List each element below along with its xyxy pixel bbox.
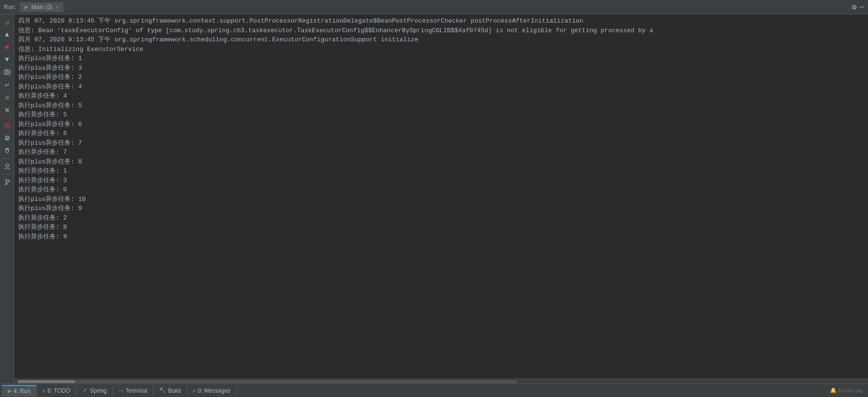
console-line: 四月 07, 2020 9:13:45 下午 org.springframewo… xyxy=(18,35,864,45)
console-line: 执行异步任务: 1 xyxy=(18,166,864,176)
build-icon: 🔨 xyxy=(159,387,166,394)
tab-run-label: 4: Run xyxy=(13,388,30,395)
minimize-icon[interactable]: — xyxy=(859,3,864,12)
person-button[interactable] xyxy=(1,161,13,172)
screenshot-button[interactable] xyxy=(1,66,13,78)
svg-rect-2 xyxy=(6,69,7,70)
tab-build[interactable]: 🔨 Build xyxy=(153,385,187,396)
svg-rect-8 xyxy=(6,149,9,152)
console-line: 执行异步任务: 6 xyxy=(18,129,864,138)
tab-todo-label: 6: TODO xyxy=(48,387,71,394)
run-label: Run: xyxy=(4,4,16,11)
console-line: 执行plus异步任务: 6 xyxy=(18,120,864,129)
exit-button[interactable] xyxy=(1,120,13,131)
svg-rect-7 xyxy=(6,138,8,139)
tab-close-icon[interactable]: × xyxy=(55,4,58,10)
rerun-button[interactable]: ↺ xyxy=(1,16,13,28)
todo-icon: ≡ xyxy=(42,388,45,394)
wrap-button[interactable]: ↩ xyxy=(1,79,13,90)
console-line: 四月 07, 2020 9:13:45 下午 org.springframewo… xyxy=(18,16,864,26)
pin-button[interactable] xyxy=(1,176,13,188)
scroll-down-button[interactable]: ▼ xyxy=(1,54,13,65)
terminal-icon: ▭ xyxy=(119,387,124,394)
console-line: 执行异步任务: 0 xyxy=(18,185,864,195)
print-button[interactable] xyxy=(1,132,13,144)
svg-point-1 xyxy=(6,71,8,74)
scroll-end-button[interactable] xyxy=(1,104,13,115)
tab-spring[interactable]: Spring xyxy=(76,385,113,396)
console-line: 执行plus异步任务: 3 xyxy=(18,63,864,73)
console-line: 执行plus异步任务: 7 xyxy=(18,138,864,148)
console-line: 执行异步任务: 9 xyxy=(18,232,864,242)
console-line: 执行plus异步任务: 5 xyxy=(18,101,864,111)
console-line: 执行plus异步任务: 4 xyxy=(18,82,864,92)
console-line: 执行plus异步任务: 10 xyxy=(18,195,864,204)
event-log-icon: 🔔 xyxy=(830,387,837,393)
console-line: 信息: Initializing ExecutorService xyxy=(18,45,864,54)
console-line: 执行异步任务: 4 xyxy=(18,91,864,101)
main-tab[interactable]: ▶ Main (3) × xyxy=(20,2,63,12)
tab-messages-label: 0: Messages xyxy=(198,387,231,394)
tab-terminal[interactable]: ▭ Terminal xyxy=(113,385,153,396)
messages-icon: ≡ xyxy=(193,388,196,394)
event-log-label: Event Log xyxy=(838,387,862,393)
tab-label: Main (3) xyxy=(31,4,52,11)
tab-run[interactable]: ▶ 4: Run xyxy=(2,385,37,397)
stop-button[interactable]: ■ xyxy=(1,41,13,53)
console-line: 执行plus异步任务: 8 xyxy=(18,157,864,167)
svg-point-9 xyxy=(6,164,9,167)
horizontal-scrollbar[interactable] xyxy=(14,379,868,384)
settings-icon[interactable]: ⚙ xyxy=(852,2,857,12)
console-line: 执行plus异步任务: 1 xyxy=(18,54,864,63)
scroll-up-button[interactable]: ▲ xyxy=(1,29,13,40)
run-tab-icon: ▶ xyxy=(25,4,28,10)
tab-messages[interactable]: ≡ 0: Messages xyxy=(187,385,236,396)
console-line: 执行plus异步任务: 2 xyxy=(18,73,864,82)
console-line: 执行异步任务: 3 xyxy=(18,176,864,186)
title-bar: Run: ▶ Main (3) × ⚙ — xyxy=(0,0,868,14)
svg-rect-0 xyxy=(4,70,10,74)
run-icon: ▶ xyxy=(8,388,12,394)
hscroll-track[interactable] xyxy=(17,380,517,383)
scroll-end-green-button[interactable] xyxy=(1,91,13,103)
console-output: 四月 07, 2020 9:13:45 下午 org.springframewo… xyxy=(14,14,868,379)
spring-icon xyxy=(82,387,88,394)
event-log-section[interactable]: 🔔 Event Log xyxy=(830,387,866,394)
trash-button[interactable] xyxy=(1,145,13,156)
hscroll-thumb[interactable] xyxy=(17,380,75,383)
console-line: 执行异步任务: 8 xyxy=(18,223,864,232)
console-line: 执行异步任务: 2 xyxy=(18,213,864,223)
tab-terminal-label: Terminal xyxy=(125,387,147,394)
tab-todo[interactable]: ≡ 6: TODO xyxy=(37,385,76,396)
console-line: 执行plus异步任务: 9 xyxy=(18,204,864,213)
console-line: 信息: Bean 'taskExecutorConfig' of type [c… xyxy=(18,26,864,36)
svg-line-10 xyxy=(4,184,5,185)
console-line: 执行异步任务: 5 xyxy=(18,110,864,120)
tab-build-label: Build xyxy=(168,387,181,394)
tab-spring-label: Spring xyxy=(90,387,107,394)
main-layout: ↺ ▲ ■ ▼ ↩ xyxy=(0,14,868,384)
left-toolbar: ↺ ▲ ■ ▼ ↩ xyxy=(0,14,14,384)
bottom-tabbar: ▶ 4: Run ≡ 6: TODO Spring ▭ Terminal 🔨 B… xyxy=(0,384,868,397)
console-line: 执行异步任务: 7 xyxy=(18,148,864,157)
title-bar-actions: ⚙ — xyxy=(852,2,864,12)
